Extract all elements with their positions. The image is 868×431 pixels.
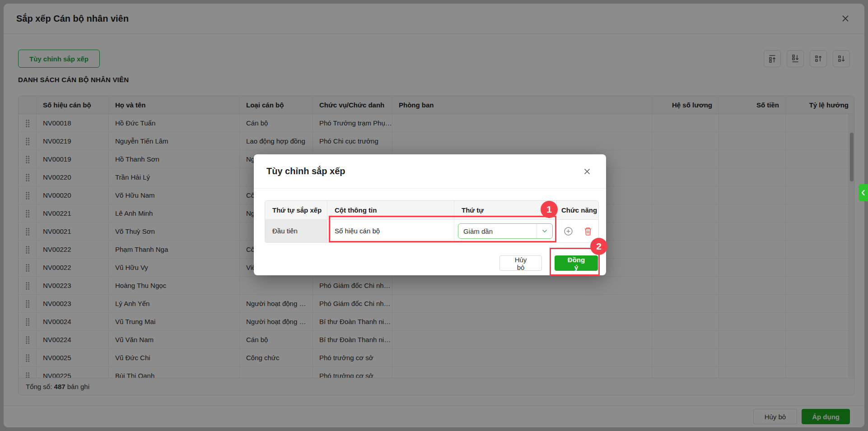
chevron-left-icon <box>860 190 866 196</box>
sort-modal-cancel-button[interactable]: Hủy bỏ <box>499 255 542 271</box>
sort-direction-value: Giảm dần <box>458 227 493 235</box>
customize-sort-title: Tùy chỉnh sắp xếp <box>266 166 345 176</box>
header-sort-order: Thứ tự sắp xếp <box>265 201 327 219</box>
screen: Sắp xếp Cán bộ nhân viên Tùy chỉnh sắp x… <box>0 0 868 431</box>
sort-direction-select[interactable]: Giảm dần <box>458 223 553 239</box>
sort-criteria-row: Đầu tiên Số hiệu cán bộ Giảm dần <box>265 220 598 242</box>
sort-modal-ok-button[interactable]: Đồng ý <box>555 255 598 271</box>
customize-sort-header: Tùy chỉnh sắp xếp <box>254 154 606 189</box>
sort-actions-cell <box>557 220 599 242</box>
plus-circle-icon <box>564 227 573 236</box>
header-sort-actions: Chức năng <box>557 201 599 219</box>
collapse-panel-tab[interactable] <box>859 184 868 201</box>
chevron-down-icon <box>537 224 552 238</box>
header-sort-direction: Thứ tự <box>454 201 557 219</box>
add-criterion-button[interactable] <box>564 226 574 236</box>
customize-sort-close-button[interactable] <box>581 165 593 178</box>
sort-criteria-table: Thứ tự sắp xếp Cột thông tin Thứ tự Chức… <box>265 200 599 243</box>
delete-criterion-button[interactable] <box>583 226 593 236</box>
sort-order-cell: Đầu tiên <box>265 220 327 242</box>
trash-icon <box>583 227 593 236</box>
header-sort-column: Cột thông tin <box>327 201 454 219</box>
sort-criteria-header: Thứ tự sắp xếp Cột thông tin Thứ tự Chức… <box>265 201 598 220</box>
customize-sort-modal: Tùy chỉnh sắp xếp Thứ tự sắp xếp Cột thô… <box>254 154 606 275</box>
close-icon <box>583 167 591 176</box>
sort-direction-cell: Giảm dần <box>454 220 557 242</box>
sort-column-cell[interactable]: Số hiệu cán bộ <box>327 220 454 242</box>
